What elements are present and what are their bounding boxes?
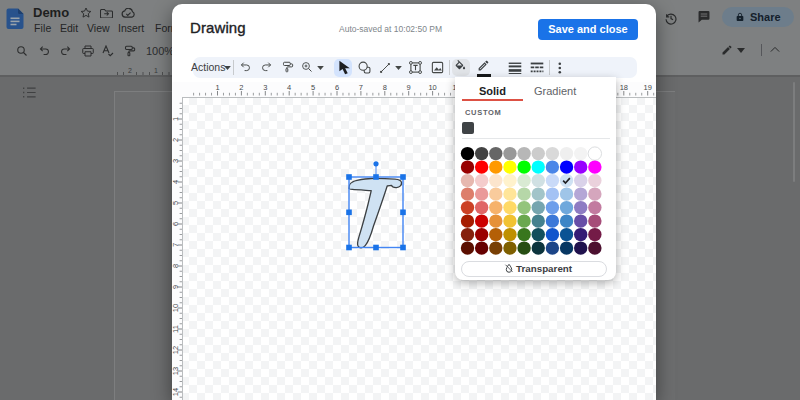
svg-text:2: 2 xyxy=(128,67,132,74)
svg-text:2: 2 xyxy=(239,83,243,92)
svg-text:6: 6 xyxy=(335,83,339,92)
svg-text:10: 10 xyxy=(428,83,436,92)
svg-text:18: 18 xyxy=(620,83,628,92)
svg-text:4: 4 xyxy=(287,83,291,92)
svg-text:1: 1 xyxy=(154,67,158,74)
svg-text:7: 7 xyxy=(359,83,363,92)
svg-text:9: 9 xyxy=(407,83,411,92)
svg-text:1: 1 xyxy=(215,83,219,92)
svg-text:19: 19 xyxy=(644,83,652,92)
svg-text:5: 5 xyxy=(311,83,315,92)
svg-text:3: 3 xyxy=(263,83,267,92)
svg-text:8: 8 xyxy=(383,83,387,92)
